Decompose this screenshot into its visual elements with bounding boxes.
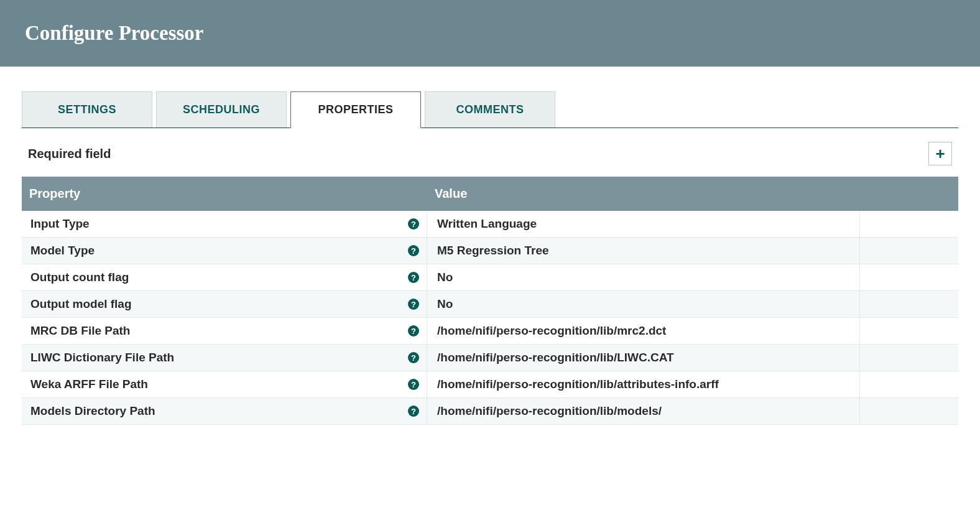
row-actions [860,238,958,264]
tab-settings[interactable]: SETTINGS [22,91,152,128]
col-header-value: Value [427,177,958,211]
property-name: Output model flag [30,297,132,311]
table-row[interactable]: LIWC Dictionary File Path ? /home/nifi/p… [22,345,958,371]
property-name: MRC DB File Path [30,324,130,338]
property-name: LIWC Dictionary File Path [30,351,174,364]
row-actions [860,318,958,344]
row-actions [860,264,958,290]
table-header: Property Value [22,177,958,211]
tab-properties[interactable]: PROPERTIES [290,91,421,128]
help-icon[interactable]: ? [408,406,419,417]
property-value[interactable]: No [427,264,860,290]
tabs-bar: SETTINGS SCHEDULING PROPERTIES COMMENTS [22,91,958,128]
property-cell: Output count flag ? [22,264,427,290]
properties-table: Property Value Input Type ? Written Lang… [22,177,958,425]
row-actions [860,345,958,371]
property-name: Weka ARFF File Path [30,378,148,391]
property-cell: Input Type ? [22,211,427,237]
row-actions [860,291,958,317]
tab-scheduling[interactable]: SCHEDULING [156,91,287,128]
property-value[interactable]: Written Language [427,211,860,237]
table-row[interactable]: Models Directory Path ? /home/nifi/perso… [22,398,958,425]
property-name: Models Directory Path [30,404,155,418]
help-icon[interactable]: ? [408,245,419,256]
property-name: Model Type [30,244,95,258]
table-row[interactable]: Input Type ? Written Language [22,211,958,238]
table-row[interactable]: Weka ARFF File Path ? /home/nifi/perso-r… [22,371,958,398]
property-value[interactable]: /home/nifi/perso-recognition/lib/mrc2.dc… [427,318,860,344]
property-cell: Weka ARFF File Path ? [22,371,427,397]
help-icon[interactable]: ? [408,379,419,390]
property-cell: Output model flag ? [22,291,427,317]
property-cell: LIWC Dictionary File Path ? [22,345,427,371]
table-row[interactable]: MRC DB File Path ? /home/nifi/perso-reco… [22,318,958,345]
required-field-label: Required field [28,147,111,161]
row-actions [860,371,958,397]
property-value[interactable]: No [427,291,860,317]
dialog-content: SETTINGS SCHEDULING PROPERTIES COMMENTS … [0,67,980,425]
help-icon[interactable]: ? [408,352,419,363]
row-actions [860,211,958,237]
help-icon[interactable]: ? [408,325,419,336]
properties-subheader: Required field + [22,128,958,177]
dialog-title: Configure Processor [25,22,955,45]
table-row[interactable]: Output count flag ? No [22,264,958,291]
row-actions [860,398,958,424]
property-value[interactable]: /home/nifi/perso-recognition/lib/models/ [427,398,860,424]
plus-icon: + [935,146,945,162]
add-property-button[interactable]: + [928,142,952,165]
col-header-property: Property [22,177,427,211]
help-icon[interactable]: ? [408,299,419,310]
property-value[interactable]: M5 Regression Tree [427,238,860,264]
table-body: Input Type ? Written Language Model Type… [22,211,958,425]
tab-comments[interactable]: COMMENTS [425,91,555,128]
table-row[interactable]: Model Type ? M5 Regression Tree [22,238,958,264]
property-cell: MRC DB File Path ? [22,318,427,344]
help-icon[interactable]: ? [408,272,419,283]
property-cell: Model Type ? [22,238,427,264]
help-icon[interactable]: ? [408,218,419,230]
table-row[interactable]: Output model flag ? No [22,291,958,318]
property-value[interactable]: /home/nifi/perso-recognition/lib/attribu… [427,371,860,397]
property-name: Output count flag [30,271,129,284]
property-value[interactable]: /home/nifi/perso-recognition/lib/LIWC.CA… [427,345,860,371]
property-cell: Models Directory Path ? [22,398,427,424]
dialog-header: Configure Processor [0,0,980,67]
property-name: Input Type [30,217,90,231]
